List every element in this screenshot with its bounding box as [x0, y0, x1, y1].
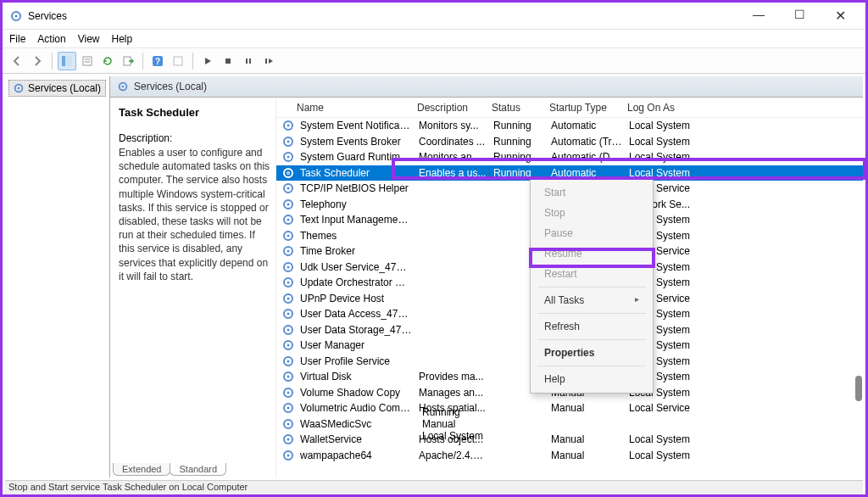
column-logon[interactable]: Log On As	[624, 102, 709, 114]
cell-name: wampapache64	[297, 450, 415, 461]
context-all-tasks[interactable]: All Tasks▸	[531, 290, 653, 310]
start-service-button[interactable]	[198, 52, 217, 70]
cell-startup: Automatic	[548, 120, 626, 131]
cell-description: Apache/2.4.5...	[415, 450, 490, 461]
context-restart[interactable]: Restart	[531, 264, 653, 284]
tree-panel: Services (Local)	[5, 76, 110, 477]
export-button[interactable]	[119, 52, 137, 70]
pause-service-button[interactable]	[239, 52, 258, 70]
cell-name: WalletService	[297, 433, 415, 445]
properties-button[interactable]	[78, 52, 97, 70]
toolbar: ?	[3, 48, 865, 74]
description-label: Description:	[119, 132, 272, 144]
stop-service-button[interactable]	[219, 52, 237, 70]
refresh-button[interactable]	[98, 52, 117, 70]
cell-name: Volume Shadow Copy	[297, 387, 415, 399]
svg-point-60	[287, 438, 290, 441]
column-startup[interactable]: Startup Type	[546, 102, 624, 114]
cell-name: TCP/IP NetBIOS Helper	[297, 182, 415, 194]
cell-name: Telephony	[297, 198, 415, 210]
service-row[interactable]: System Event Notification S...Monitors s…	[276, 118, 863, 134]
column-status[interactable]: Status	[488, 102, 546, 114]
view-tabs: Extended Standard	[113, 461, 225, 477]
cell-name: Task Scheduler	[297, 167, 415, 179]
menu-action[interactable]: Action	[37, 33, 65, 45]
svg-point-58	[287, 422, 290, 425]
column-name[interactable]: Name	[281, 102, 414, 114]
gear-icon	[13, 82, 25, 94]
svg-point-54	[287, 391, 290, 394]
service-row[interactable]: wampapache64Apache/2.4.5...ManualLocal S…	[276, 448, 863, 464]
service-row[interactable]: Volumetric Audio Composit...Hosts spatia…	[276, 400, 863, 416]
cell-description: Enables a us...	[415, 167, 490, 179]
cell-startup: Manual	[419, 418, 490, 430]
svg-point-20	[287, 125, 290, 127]
context-refresh[interactable]: Refresh	[531, 316, 653, 337]
svg-point-36	[287, 250, 290, 253]
chevron-right-icon: ▸	[635, 294, 639, 304]
svg-rect-12	[246, 59, 248, 64]
cell-startup: Automatic (De...	[548, 151, 626, 163]
tab-extended[interactable]: Extended	[113, 463, 170, 476]
scrollbar[interactable]	[855, 376, 862, 401]
help-button-2[interactable]	[169, 52, 187, 70]
svg-point-32	[287, 219, 290, 221]
cell-logon: Local System	[626, 120, 710, 131]
context-pause[interactable]: Pause	[531, 223, 653, 243]
show-hide-tree-button[interactable]	[58, 52, 76, 70]
svg-rect-10	[174, 57, 182, 65]
description-panel: Task Scheduler Description: Enables a us…	[110, 98, 276, 477]
minimize-button[interactable]: —	[747, 8, 771, 24]
svg-point-50	[287, 360, 290, 362]
svg-point-42	[287, 297, 290, 299]
menu-view[interactable]: View	[78, 33, 100, 45]
services-icon	[9, 9, 23, 23]
restart-service-button[interactable]	[259, 52, 278, 70]
close-button[interactable]: ✕	[828, 8, 852, 24]
svg-point-34	[287, 234, 290, 237]
service-row[interactable]: System Guard Runtime Mon...Monitors an..…	[276, 149, 863, 165]
svg-point-38	[287, 265, 290, 268]
svg-point-24	[287, 156, 290, 159]
cell-name: Update Orchestrator Service	[297, 276, 415, 288]
forward-button[interactable]	[28, 52, 47, 70]
cell-name: Udk User Service_47711	[297, 261, 415, 273]
context-stop[interactable]: Stop	[531, 203, 653, 223]
tab-standard[interactable]: Standard	[170, 463, 226, 476]
svg-point-48	[287, 344, 290, 347]
context-start[interactable]: Start	[531, 182, 653, 203]
service-row[interactable]: System Events BrokerCoordinates ...Runni…	[276, 134, 863, 150]
service-row[interactable]: WaaSMedicSvcRunningManualLocal System	[276, 416, 863, 433]
svg-point-22	[287, 140, 290, 142]
svg-point-44	[287, 313, 290, 316]
cell-name: System Guard Runtime Mon...	[297, 151, 415, 163]
service-row[interactable]: WalletServiceHosts object...ManualLocal …	[276, 432, 863, 448]
cell-description: Hosts object...	[415, 433, 490, 445]
cell-name: Text Input Management Ser...	[297, 214, 415, 226]
cell-logon: Local Service	[626, 402, 710, 414]
cell-description: Monitors an...	[415, 151, 490, 163]
cell-name: User Data Storage_47711	[297, 324, 415, 336]
context-help[interactable]: Help	[531, 369, 653, 389]
statusbar: Stop and Start service Task Scheduler on…	[5, 480, 863, 494]
cell-status: Running	[490, 151, 548, 163]
cell-logon: Local System	[626, 151, 710, 163]
cell-name: Virtual Disk	[297, 371, 415, 383]
cell-startup: Automatic (Tri...	[548, 136, 626, 148]
column-description[interactable]: Description	[414, 102, 488, 114]
cell-name: Volumetric Audio Composit...	[297, 402, 415, 414]
menu-file[interactable]: File	[9, 33, 25, 45]
svg-rect-14	[265, 59, 267, 64]
tree-node-services-local[interactable]: Services (Local)	[8, 80, 106, 97]
svg-point-26	[287, 171, 290, 174]
cell-status: Running	[419, 406, 476, 418]
help-button[interactable]: ?	[148, 52, 167, 70]
menu-help[interactable]: Help	[112, 33, 133, 45]
svg-point-16	[18, 87, 20, 90]
context-resume[interactable]: Resume	[531, 243, 653, 264]
context-properties[interactable]: Properties	[531, 343, 653, 363]
maximize-button[interactable]: ☐	[787, 8, 811, 24]
back-button[interactable]	[8, 52, 26, 70]
cell-name: WaaSMedicSvc	[297, 418, 415, 430]
cell-status: Running	[490, 120, 548, 131]
